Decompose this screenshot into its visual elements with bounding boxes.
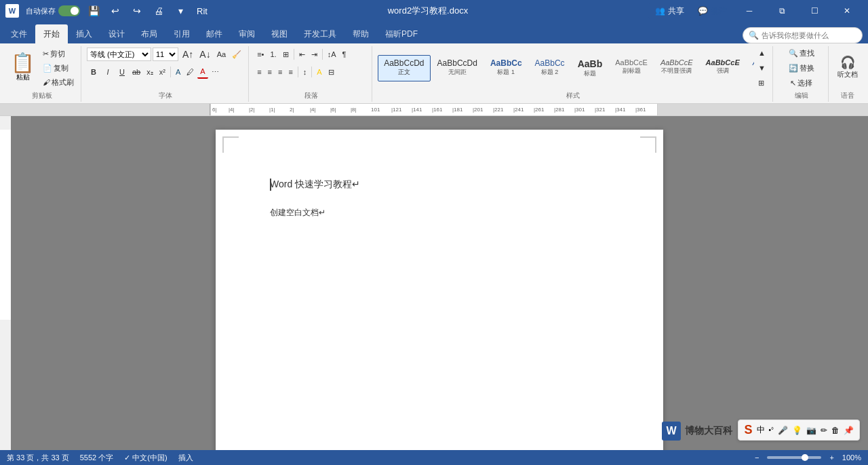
format-painter-button[interactable]: 🖌 格式刷 — [40, 75, 77, 89]
line-spacing-button[interactable]: ↕ — [300, 65, 310, 79]
styles-expand[interactable]: ⊞ — [755, 76, 768, 90]
tab-home[interactable]: 开始 — [35, 24, 68, 43]
float-camera[interactable]: 📷 — [806, 426, 816, 435]
tab-foxitpdf[interactable]: 福昕PDF — [377, 24, 426, 43]
cut-button[interactable]: ✂ 剪切 — [40, 47, 77, 60]
undo-button[interactable]: ↩ — [106, 1, 125, 20]
document-body[interactable]: 创建空白文档↵ — [270, 207, 609, 219]
tab-file[interactable]: 文件 — [3, 24, 35, 43]
tab-references[interactable]: 引用 — [165, 24, 198, 43]
tab-developer[interactable]: 开发工具 — [296, 24, 344, 43]
tab-review[interactable]: 审阅 — [231, 24, 263, 43]
insert-mode[interactable]: 插入 — [178, 453, 193, 463]
find-button[interactable]: 🔍 查找 — [786, 46, 817, 60]
document-page[interactable]: Word 快速学习教程↵ 创建空白文档↵ 博大百科 创建空白文档 — [216, 130, 663, 456]
svg-text:|241: |241 — [513, 107, 524, 113]
zoom-slider[interactable] — [767, 456, 821, 459]
float-bulb[interactable]: 💡 — [792, 426, 802, 435]
comment-button[interactable]: 💬 批注 — [692, 3, 732, 19]
paste-button[interactable]: 📋 粘贴 — [7, 52, 39, 83]
share-button[interactable]: 👥 共享 — [648, 3, 691, 19]
border-button[interactable]: ⊟ — [326, 65, 337, 79]
maximize-button[interactable]: ☐ — [799, 0, 830, 22]
style-subtitle[interactable]: AaBbCcE 副标题 — [609, 55, 654, 81]
float-pin[interactable]: 📌 — [844, 426, 854, 435]
multilevel-button[interactable]: ⊞ — [280, 48, 292, 61]
bold-button[interactable]: B — [87, 65, 100, 79]
more-font-button[interactable]: ⋯ — [209, 65, 222, 79]
zoom-out-button[interactable]: − — [755, 453, 759, 462]
align-right-button[interactable]: ≡ — [275, 65, 285, 79]
shading-button[interactable]: A — [314, 65, 324, 79]
minimize-button[interactable]: ─ — [734, 0, 765, 22]
justify-button[interactable]: ≡ — [285, 65, 295, 79]
style-title[interactable]: AaBb 标题 — [572, 55, 609, 81]
style-subtle-em[interactable]: AaBbCcE 不明显强调 — [654, 55, 699, 81]
tab-layout[interactable]: 布局 — [133, 24, 165, 43]
tab-design[interactable]: 设计 — [100, 24, 133, 43]
svg-text:|4|: |4| — [229, 107, 235, 113]
clear-format-button[interactable]: 🧹 — [229, 48, 244, 61]
restore-button[interactable]: ⧉ — [766, 0, 797, 22]
change-case-button[interactable]: Aa — [214, 48, 229, 61]
auto-save-toggle[interactable] — [58, 5, 80, 16]
superscript-button[interactable]: x² — [157, 65, 168, 79]
float-trash[interactable]: 🗑 — [831, 426, 840, 435]
shrink-font-button[interactable]: A↓ — [197, 48, 213, 61]
customize-button[interactable]: ▾ — [171, 1, 190, 20]
save-button[interactable]: 💾 — [84, 1, 103, 20]
w-logo-bar: W 博物大百科 — [662, 422, 732, 441]
text-effect-button[interactable]: A — [173, 65, 183, 79]
style-no-space[interactable]: AaBbCcDd 无间距 — [431, 55, 484, 81]
font-color-button[interactable]: A — [197, 65, 208, 79]
search-box[interactable]: 🔍 — [743, 27, 863, 43]
style-h2[interactable]: AaBbCc 标题 2 — [529, 55, 571, 81]
styles-gallery: AaBbCcDd 正文 AaBbCcDd 无间距 AaBbCc 标题 1 AaB… — [378, 55, 754, 81]
style-normal[interactable]: AaBbCcDd 正文 — [378, 55, 430, 81]
numbering-button[interactable]: 1. — [267, 48, 279, 61]
font-name-select[interactable]: 等线 (中文正) — [87, 48, 151, 61]
select-button[interactable]: ↖ 选择 — [787, 76, 815, 90]
sort-button[interactable]: ↕A — [325, 48, 339, 61]
zoom-in-button[interactable]: + — [829, 453, 833, 462]
copy-button[interactable]: 📄 复制 — [40, 61, 77, 75]
align-center-button[interactable]: ≡ — [265, 65, 275, 79]
float-chinese[interactable]: 中 — [757, 424, 765, 436]
subscript-button[interactable]: x₂ — [144, 65, 156, 79]
decrease-indent-button[interactable]: ⇤ — [296, 48, 308, 61]
font-size-buttons: A↑ A↓ Aa 🧹 — [180, 48, 244, 61]
tab-insert[interactable]: 插入 — [68, 24, 100, 43]
font-size-select[interactable]: 11 — [153, 48, 178, 61]
tab-help[interactable]: 帮助 — [344, 24, 377, 43]
align-left-button[interactable]: ≡ — [254, 65, 264, 79]
styles-scroll-up[interactable]: ▲ — [755, 46, 768, 60]
styles-scroll-down[interactable]: ▼ — [755, 61, 768, 75]
italic-button[interactable]: I — [101, 65, 115, 79]
read-aloud-button[interactable]: 🎧 听文档 — [834, 54, 861, 81]
sogou-icon[interactable]: S — [744, 423, 752, 437]
style-intense-em[interactable]: AaBbCcE 明显强调 — [747, 55, 754, 81]
float-mic[interactable]: 🎤 — [778, 426, 788, 435]
style-em[interactable]: AaBbCcE 强调 — [700, 55, 746, 81]
underline-button[interactable]: U — [115, 65, 129, 79]
close-button[interactable]: ✕ — [831, 0, 863, 22]
lang-indicator[interactable]: ✓ 中文(中国) — [124, 453, 167, 463]
style-h1[interactable]: AaBbCc 标题 1 — [484, 55, 528, 81]
document-area[interactable]: Word 快速学习教程↵ 创建空白文档↵ 博大百科 创建空白文档 — [11, 116, 868, 456]
text-highlight-button[interactable]: 🖊 — [184, 65, 197, 79]
tab-view[interactable]: 视图 — [263, 24, 296, 43]
float-dot[interactable]: •° — [769, 426, 774, 434]
document-heading[interactable]: Word 快速学习教程↵ — [270, 179, 609, 191]
float-pen[interactable]: ✏ — [821, 426, 827, 435]
strikethrough-button[interactable]: ab — [130, 65, 143, 79]
search-input[interactable] — [762, 31, 856, 39]
main-area: Word 快速学习教程↵ 创建空白文档↵ 博大百科 创建空白文档 — [0, 116, 868, 456]
bullets-button[interactable]: ≡• — [254, 48, 267, 61]
grow-font-button[interactable]: A↑ — [180, 48, 196, 61]
redo-button[interactable]: ↪ — [127, 1, 146, 20]
show-formatting-button[interactable]: ¶ — [339, 48, 349, 61]
increase-indent-button[interactable]: ⇥ — [309, 48, 320, 61]
print-button[interactable]: 🖨 — [149, 1, 168, 20]
tab-mailings[interactable]: 邮件 — [198, 24, 231, 43]
replace-button[interactable]: 🔄 替换 — [786, 61, 817, 75]
